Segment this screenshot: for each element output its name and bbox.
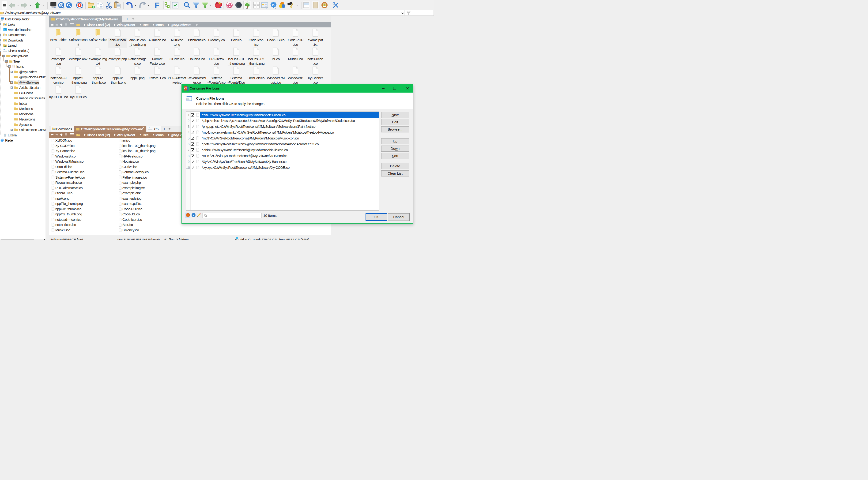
svg-text:i: i — [193, 213, 194, 217]
